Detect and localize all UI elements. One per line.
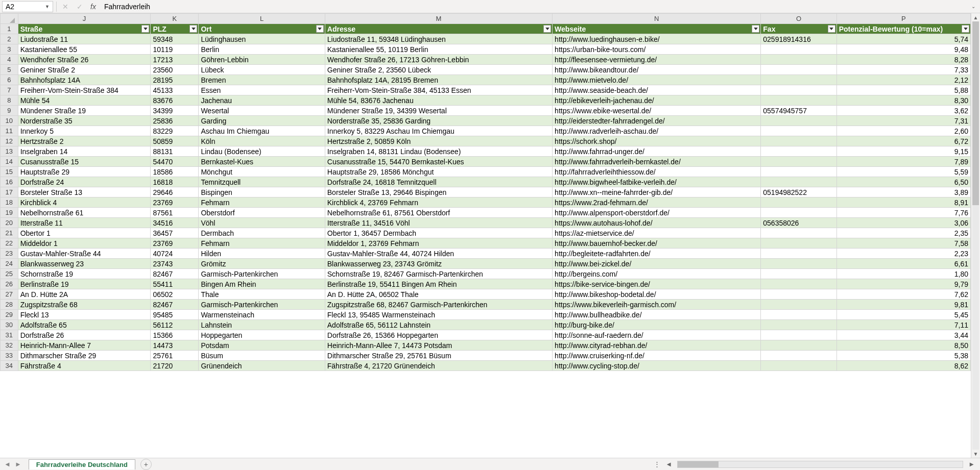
cell[interactable]: 25761 (151, 351, 199, 361)
filter-dropdown-icon[interactable] (962, 25, 969, 33)
cell[interactable]: http://fahrradverleihthiessow.de/ (553, 167, 761, 177)
scroll-up-button[interactable]: ▲ (971, 13, 980, 21)
cell[interactable]: 23560 (151, 65, 199, 75)
cell[interactable]: https://az-mietservice.de/ (553, 228, 761, 238)
cell[interactable]: 7,31 (836, 116, 970, 126)
cell[interactable] (761, 208, 836, 218)
cell[interactable]: Innerkoy 5 (18, 126, 151, 136)
cell[interactable]: Blankwasserweg 23 (18, 259, 151, 269)
cell[interactable]: Blankwasserweg 23, 23743 Grömitz (325, 259, 552, 269)
fx-icon[interactable]: fx (88, 3, 98, 11)
cell[interactable]: 83676 (151, 95, 199, 106)
cell[interactable]: Essen (199, 85, 325, 95)
cell[interactable]: 9,79 (836, 279, 970, 289)
cell[interactable]: https://www.autohaus-lohof.de/ (553, 218, 761, 228)
cell[interactable]: 7,33 (836, 65, 970, 75)
column-header-O[interactable]: O (761, 14, 836, 24)
cell[interactable]: http://www.xn--meine-fahrrder-gib.de/ (553, 187, 761, 197)
cell[interactable]: http://www.mietvelo.de/ (553, 75, 761, 85)
cell[interactable]: Lahnstein (199, 320, 325, 330)
cell[interactable]: Bahnhofsplatz 14A, 28195 Bremen (325, 75, 552, 85)
cell[interactable] (761, 116, 836, 126)
cell[interactable]: http://www.cycling-stop.de/ (553, 361, 761, 371)
scroll-down-button[interactable]: ▼ (971, 450, 980, 458)
sheet-nav-next[interactable]: ► (14, 460, 22, 468)
row-header[interactable]: 14 (1, 157, 18, 167)
cell[interactable]: Cusanusstraße 15, 54470 Bernkastel-Kues (325, 157, 552, 167)
select-all-corner[interactable] (1, 14, 18, 24)
cell[interactable]: http://ebikeverleih-jachenau.de/ (553, 95, 761, 106)
cell[interactable]: http://www.luedinghausen-e.bike/ (553, 34, 761, 44)
cell[interactable]: Garmisch-Partenkirchen (199, 269, 325, 279)
cell[interactable]: Vöhl (199, 218, 325, 228)
cell[interactable]: 40724 (151, 249, 199, 259)
cell[interactable]: 34516 (151, 218, 199, 228)
cell[interactable] (761, 289, 836, 300)
cell[interactable]: Kastanienallee 55, 10119 Berlin (325, 44, 552, 55)
cell[interactable] (761, 340, 836, 351)
hscroll-thumb[interactable] (678, 461, 719, 467)
cell[interactable]: http://begleitete-radfahrten.de/ (553, 249, 761, 259)
cell[interactable]: Bingen Am Rhein (199, 279, 325, 289)
table-header-L[interactable]: Ort (199, 24, 325, 34)
cell[interactable]: http://www.bikeandtour.de/ (553, 65, 761, 75)
cell[interactable]: Büsum (199, 351, 325, 361)
row-header[interactable]: 25 (1, 269, 18, 279)
row-header[interactable]: 12 (1, 136, 18, 146)
cell[interactable]: Itterstraße 11, 34516 Vöhl (325, 218, 552, 228)
cell[interactable]: Innerkoy 5, 83229 Aschau Im Chiemgau (325, 126, 552, 136)
cell[interactable]: Bahnhofsplatz 14A (18, 75, 151, 85)
cell[interactable]: Fährstraße 4 (18, 361, 151, 371)
cell[interactable] (761, 146, 836, 157)
cell[interactable]: Gustav-Mahler-Straße 44 (18, 249, 151, 259)
spreadsheet-grid[interactable]: JKLMNOP 1StraßePLZOrtAdresseWebseiteFaxP… (0, 13, 971, 458)
cell[interactable]: Schornstraße 19, 82467 Garmisch-Partenki… (325, 269, 552, 279)
cell[interactable]: 6,72 (836, 136, 970, 146)
cell[interactable]: Kirchblick 4, 23769 Fehmarn (325, 197, 552, 208)
cell[interactable]: 8,30 (836, 95, 970, 106)
accept-formula-button[interactable]: ✓ (74, 1, 85, 12)
cell[interactable]: 45133 (151, 85, 199, 95)
row-header[interactable]: 5 (1, 65, 18, 75)
cell[interactable]: 14473 (151, 340, 199, 351)
vertical-scrollbar[interactable]: ▲ ▼ (971, 13, 980, 458)
cell[interactable]: Schornstraße 19 (18, 269, 151, 279)
row-header[interactable]: 7 (1, 85, 18, 95)
row-header[interactable]: 4 (1, 55, 18, 65)
cell[interactable]: 6,50 (836, 177, 970, 187)
cell[interactable]: Dithmarscher Straße 29 (18, 351, 151, 361)
cell[interactable]: http://www.seaside-beach.de/ (553, 85, 761, 95)
cell[interactable] (761, 310, 836, 320)
cell[interactable]: Hauptstraße 29, 18586 Mönchgut (325, 167, 552, 177)
hscroll-track[interactable] (677, 461, 963, 468)
cell[interactable]: 50859 (151, 136, 199, 146)
cell[interactable]: Heinrich-Mann-Allee 7, 14473 Potsdam (325, 340, 552, 351)
cell[interactable]: 10119 (151, 44, 199, 55)
cell[interactable]: Kastanienallee 55 (18, 44, 151, 55)
filter-dropdown-icon[interactable] (828, 25, 835, 33)
cell[interactable]: Temnitzquell (199, 177, 325, 187)
cell[interactable]: 8,28 (836, 55, 970, 65)
cell[interactable]: 7,89 (836, 157, 970, 167)
cell[interactable]: 5,88 (836, 85, 970, 95)
cell[interactable]: Fehmarn (199, 197, 325, 208)
cell[interactable]: Wendhofer Straße 26 (18, 55, 151, 65)
cell[interactable] (761, 167, 836, 177)
cell[interactable]: 5,59 (836, 167, 970, 177)
row-header[interactable]: 21 (1, 228, 18, 238)
filter-dropdown-icon[interactable] (752, 25, 759, 33)
row-header[interactable]: 20 (1, 218, 18, 228)
cell[interactable]: https://schork.shop/ (553, 136, 761, 146)
cell[interactable]: 1,80 (836, 269, 970, 279)
cell[interactable]: Bernkastel-Kues (199, 157, 325, 167)
cell[interactable]: Hertzstraße 2, 50859 Köln (325, 136, 552, 146)
cell[interactable]: Wendhofer Straße 26, 17213 Göhren-Lebbin (325, 55, 552, 65)
cell[interactable]: http://www.bei-zickel.de/ (553, 259, 761, 269)
row-header[interactable]: 31 (1, 330, 18, 340)
row-header[interactable]: 9 (1, 106, 18, 116)
cell[interactable]: 9,15 (836, 146, 970, 157)
column-header-L[interactable]: L (199, 14, 325, 24)
cell[interactable]: Dorfstraße 24 (18, 177, 151, 187)
row-header[interactable]: 29 (1, 310, 18, 320)
table-header-O[interactable]: Fax (761, 24, 836, 34)
